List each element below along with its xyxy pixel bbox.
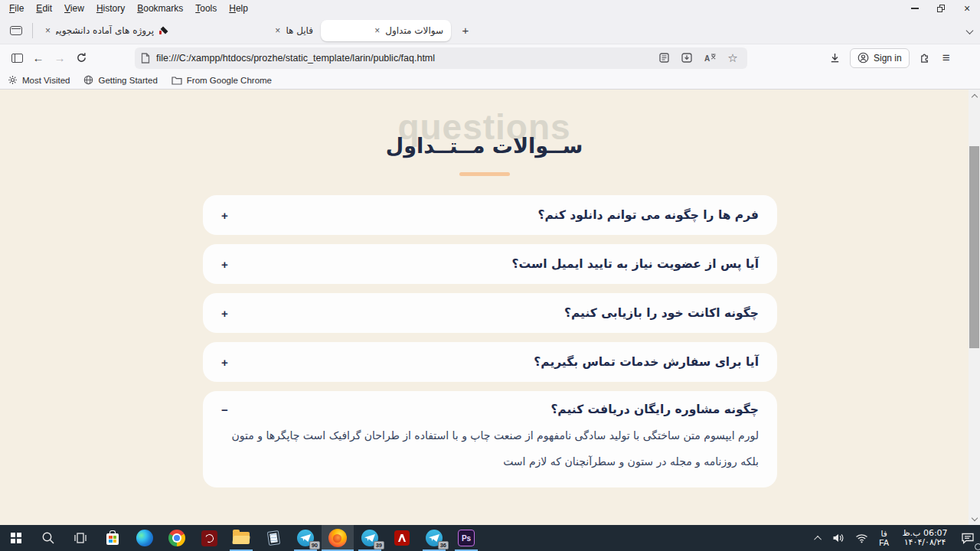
reload-button[interactable] xyxy=(70,47,92,69)
scrollbar-thumb[interactable] xyxy=(969,146,979,348)
menu-view[interactable]: View xyxy=(58,2,90,15)
language-indicator[interactable]: فا FA xyxy=(874,525,894,551)
restore-icon xyxy=(937,5,945,12)
telegram-button-3[interactable]: 36 xyxy=(418,525,450,551)
unread-badge: 39 xyxy=(374,541,384,549)
url-bar[interactable]: file:///C:/xampp/htdocs/prozhe/static_te… xyxy=(135,47,747,69)
firefox-view-button[interactable] xyxy=(5,21,28,41)
sidebar-toggle-button[interactable] xyxy=(6,47,28,69)
windows-taskbar: 90 39 36 Ps فا FA xyxy=(0,525,980,551)
firefox-icon xyxy=(328,529,347,547)
telegram-button-2[interactable]: 39 xyxy=(354,525,386,551)
volume-button[interactable] xyxy=(827,525,850,551)
faq-item-expanded[interactable]: چگونه مشاوره رایگان دریافت کنیم؟ − لورم … xyxy=(203,391,777,487)
chevron-down-icon xyxy=(971,514,977,520)
sign-in-button[interactable]: Sign in xyxy=(850,48,910,68)
extensions-button[interactable] xyxy=(914,47,936,69)
menu-file[interactable]: File xyxy=(3,2,30,15)
bookmark-star-icon[interactable]: ☆ xyxy=(724,50,741,67)
downloads-button[interactable] xyxy=(824,47,845,69)
notepad-button[interactable] xyxy=(257,525,289,551)
expand-plus-icon[interactable]: + xyxy=(221,356,228,369)
firefox-button-active[interactable] xyxy=(322,525,354,551)
menu-edit[interactable]: Edit xyxy=(30,2,58,15)
reader-view-button[interactable] xyxy=(655,50,672,67)
translate-button[interactable]: A xyxy=(701,50,718,67)
photoshop-button[interactable]: Ps xyxy=(450,525,482,551)
faq-answer: لورم ایپسوم متن ساختگی با تولید سادگی نا… xyxy=(221,422,759,475)
expand-plus-icon[interactable]: + xyxy=(221,307,228,320)
page-content: questions ســوالات مــتــداول فرم ها را … xyxy=(0,90,980,525)
file-explorer-button[interactable] xyxy=(225,525,257,551)
tab-title: پروژه های آماده دانشجویی | دانلو xyxy=(56,25,154,36)
expand-plus-icon[interactable]: + xyxy=(221,209,228,222)
start-button[interactable] xyxy=(0,525,32,551)
red-app-button[interactable] xyxy=(193,525,225,551)
window-controls: × xyxy=(902,0,980,17)
vertical-scrollbar[interactable] xyxy=(969,90,980,525)
close-button[interactable]: × xyxy=(954,0,980,17)
chevron-down-icon xyxy=(966,27,974,34)
forward-button[interactable]: → xyxy=(49,47,70,69)
speaker-icon xyxy=(832,533,844,543)
store-icon xyxy=(106,533,119,545)
tab-close-icon[interactable]: × xyxy=(374,25,380,36)
notification-badge xyxy=(975,543,980,550)
edge-button[interactable] xyxy=(129,525,161,551)
tab-faq-active[interactable]: × سوالات متداول xyxy=(321,20,451,41)
scroll-down-button[interactable] xyxy=(969,513,980,525)
tab-close-icon[interactable]: × xyxy=(45,25,51,36)
firefox-view-icon xyxy=(10,26,22,35)
acrobat-button[interactable] xyxy=(386,525,418,551)
bookmark-most-visited[interactable]: Most Visited xyxy=(8,75,70,85)
title-underline xyxy=(0,172,969,176)
notification-icon xyxy=(961,533,975,544)
windows-logo-icon xyxy=(11,533,21,543)
faq-item[interactable]: آیا پس از عضویت نیاز به تایید ایمیل است؟… xyxy=(203,244,777,284)
minimize-button[interactable] xyxy=(902,0,928,17)
wifi-icon xyxy=(855,533,868,543)
sign-in-label: Sign in xyxy=(874,53,902,64)
tab-title: فایل ها xyxy=(286,25,313,36)
faq-question: آیا پس از عضویت نیاز به تایید ایمیل است؟ xyxy=(512,257,759,271)
faq-item[interactable]: آیا برای سفارش خدمات تماس بگیریم؟ + xyxy=(203,342,777,382)
menu-history[interactable]: History xyxy=(90,2,131,15)
sidebar-icon xyxy=(11,54,23,63)
menu-bar: File Edit View History Bookmarks Tools H… xyxy=(0,0,980,17)
tab-projects[interactable]: × پروژه های آماده دانشجویی | دانلو xyxy=(38,20,177,41)
search-button[interactable] xyxy=(32,525,64,551)
scroll-up-button[interactable] xyxy=(969,90,980,102)
task-view-icon xyxy=(74,532,87,544)
menu-help[interactable]: Help xyxy=(223,2,254,15)
task-view-button[interactable] xyxy=(64,525,96,551)
app-menu-button[interactable]: ≡ xyxy=(936,47,957,69)
tab-files[interactable]: × فایل ها xyxy=(177,20,321,41)
network-button[interactable] xyxy=(850,525,874,551)
expand-plus-icon[interactable]: + xyxy=(221,258,228,271)
save-to-pocket-button[interactable] xyxy=(678,50,695,67)
faq-item[interactable]: فرم ها را چگونه می توانم دانلود کنم؟ + xyxy=(203,195,777,235)
bookmark-folder-from-chrome[interactable]: From Google Chrome xyxy=(172,76,272,85)
tab-close-icon[interactable]: × xyxy=(275,25,280,36)
chrome-button[interactable] xyxy=(161,525,193,551)
back-button[interactable]: ← xyxy=(28,47,49,69)
faq-list: فرم ها را چگونه می توانم دانلود کنم؟ + آ… xyxy=(203,195,777,487)
unread-badge: 90 xyxy=(309,541,320,549)
clock[interactable]: 06:07 ب.ظ ۱۴۰۴/۰۸/۲۴ xyxy=(894,525,956,551)
url-text[interactable]: file:///C:/xampp/htdocs/prozhe/static_te… xyxy=(156,53,649,64)
menu-tools[interactable]: Tools xyxy=(189,2,223,15)
bookmark-getting-started[interactable]: Getting Started xyxy=(83,75,157,85)
action-center-button[interactable] xyxy=(956,525,980,551)
telegram-button-1[interactable]: 90 xyxy=(289,525,322,551)
restore-button[interactable] xyxy=(928,0,954,17)
collapse-minus-icon[interactable]: − xyxy=(221,403,228,416)
file-explorer-icon xyxy=(233,532,250,544)
tab-bar: × پروژه های آماده دانشجویی | دانلو × فای… xyxy=(0,17,980,44)
show-hidden-icons-button[interactable] xyxy=(811,525,827,551)
list-all-tabs-button[interactable] xyxy=(967,28,972,33)
new-tab-button[interactable]: + xyxy=(456,21,475,41)
menu-bookmarks[interactable]: Bookmarks xyxy=(131,2,189,15)
microsoft-store-button[interactable] xyxy=(96,525,129,551)
faq-item[interactable]: چگونه اکانت خود را بازیابی کنیم؟ + xyxy=(203,293,777,333)
bookmarks-toolbar: Most Visited Getting Started From Google… xyxy=(0,71,980,90)
